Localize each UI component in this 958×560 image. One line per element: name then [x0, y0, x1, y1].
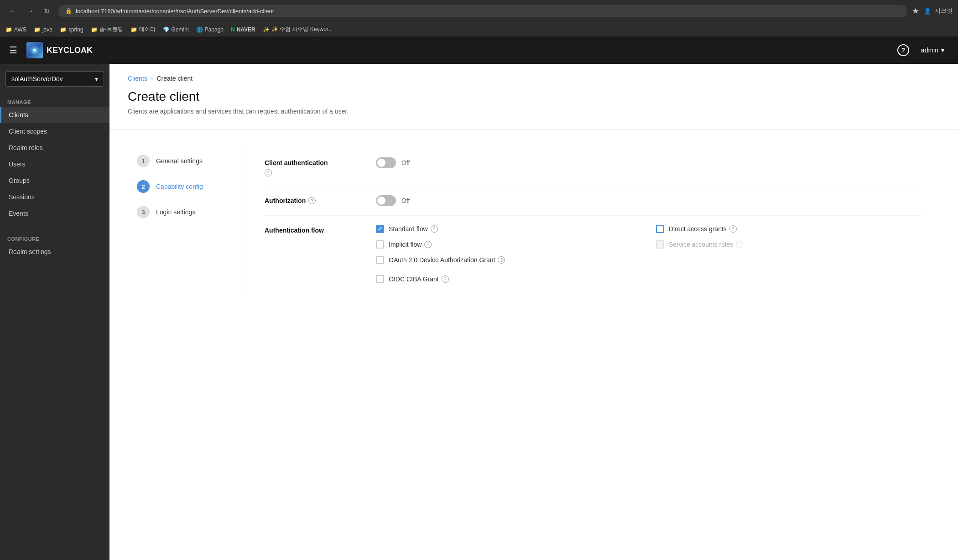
- steps-panel: 1 General settings 2 Capability config 3…: [128, 145, 246, 296]
- auth-flow-grid: Standard flow ? Direct access grant: [376, 225, 922, 283]
- checkbox-direct-access: Direct access grants ?: [656, 225, 922, 233]
- sidebar-item-sessions[interactable]: Sessions: [0, 189, 109, 205]
- bookmark-gemini[interactable]: 💎 Gemini: [163, 26, 189, 33]
- top-nav-left: ☰ KEYCLOAK: [9, 42, 93, 58]
- service-accounts-label: Service accounts roles ?: [669, 241, 743, 248]
- browser-right: 👤 시크릿: [924, 7, 953, 15]
- implicit-flow-help-icon[interactable]: ?: [424, 241, 432, 248]
- sidebar-item-client-scopes[interactable]: Client scopes: [0, 123, 109, 140]
- step-2-capability[interactable]: 2 Capability config: [128, 174, 246, 199]
- divider: [109, 130, 958, 130]
- logo-text: KEYCLOAK: [47, 46, 93, 55]
- oidc-ciba-help-icon[interactable]: ?: [442, 275, 449, 283]
- back-button[interactable]: ←: [5, 5, 20, 17]
- auth-flow-control: Standard flow ? Direct access grant: [376, 225, 922, 283]
- step-3-login[interactable]: 3 Login settings: [128, 199, 246, 225]
- svg-point-2: [33, 49, 36, 52]
- sidebar-item-realm-settings[interactable]: Realm settings: [0, 244, 109, 260]
- bookmark-spring[interactable]: 📁 spring: [60, 26, 83, 33]
- authorization-help-icon[interactable]: ?: [308, 197, 316, 204]
- realm-selector[interactable]: solAuthServerDev ▾: [5, 71, 104, 87]
- page-inner: Clients › Create client Create client Cl…: [109, 64, 958, 560]
- address-text: localhost:7180/admin/master/console/#/so…: [76, 8, 274, 15]
- address-bar[interactable]: 🔒 localhost:7180/admin/master/console/#/…: [58, 5, 907, 17]
- breadcrumb-current: Create client: [156, 75, 193, 82]
- bookmark-naver[interactable]: N NAVER: [231, 26, 255, 33]
- authorization-off-label: Off: [401, 197, 410, 204]
- top-nav-right: ? admin ▾: [897, 44, 949, 57]
- hamburger-button[interactable]: ☰: [9, 45, 17, 56]
- sidebar-item-groups[interactable]: Groups: [0, 172, 109, 189]
- main-area: solAuthServerDev ▾ Manage Clients Client…: [0, 64, 958, 560]
- standard-flow-label: Standard flow ?: [389, 225, 438, 233]
- breadcrumb-separator: ›: [151, 75, 153, 82]
- step-3-number: 3: [137, 206, 150, 218]
- client-auth-off-label: Off: [401, 159, 410, 166]
- checkbox-service-accounts: Service accounts roles ?: [656, 240, 922, 249]
- bookmark-aws[interactable]: 📁 AWS: [5, 26, 26, 33]
- browser-chrome: ← → ↻ 🔒 localhost:7180/admin/master/cons…: [0, 0, 958, 22]
- sidebar-item-clients[interactable]: Clients: [0, 107, 109, 123]
- step-2-number: 2: [137, 180, 150, 193]
- auth-flow-label: Authentication flow: [265, 227, 365, 234]
- step-1-general[interactable]: 1 General settings: [128, 148, 246, 174]
- bookmark-java[interactable]: 📁 java: [34, 26, 52, 33]
- client-auth-toggle[interactable]: [376, 157, 396, 168]
- checkbox-oidc-ciba: OIDC CIBA Grant ?: [376, 275, 641, 283]
- breadcrumb-clients-link[interactable]: Clients: [128, 75, 147, 82]
- client-auth-help-icon[interactable]: ?: [265, 169, 272, 176]
- sidebar-label-groups: Groups: [9, 177, 30, 184]
- oauth-device-label: OAuth 2.0 Device Authorization Grant ?: [389, 256, 505, 264]
- service-accounts-help-icon[interactable]: ?: [736, 241, 743, 248]
- form-area: Client authentication ?: [246, 145, 940, 296]
- direct-access-checkbox[interactable]: [656, 225, 664, 233]
- client-auth-control: Off: [376, 157, 922, 168]
- app-container: ☰ KEYCLOAK ? admin ▾: [0, 36, 958, 560]
- manage-section-label: Manage: [0, 94, 109, 107]
- nav-buttons: ← → ↻: [5, 5, 53, 17]
- client-auth-label-col: Client authentication ?: [265, 157, 365, 176]
- service-accounts-checkbox[interactable]: [656, 240, 664, 249]
- authorization-slider: [376, 195, 396, 206]
- direct-access-help-icon[interactable]: ?: [729, 225, 737, 233]
- user-label: admin: [921, 47, 938, 54]
- sidebar: solAuthServerDev ▾ Manage Clients Client…: [0, 64, 109, 560]
- bookmark-data[interactable]: 📁 데이터: [130, 26, 156, 33]
- standard-flow-help-icon[interactable]: ?: [431, 225, 438, 233]
- refresh-button[interactable]: ↻: [40, 5, 53, 17]
- sidebar-item-users[interactable]: Users: [0, 156, 109, 172]
- sidebar-label-sessions: Sessions: [9, 193, 35, 201]
- page-content: Clients › Create client Create client Cl…: [109, 64, 958, 560]
- extension-icon: 👤: [924, 8, 931, 15]
- oauth-device-checkbox[interactable]: [376, 256, 384, 264]
- bookmark-papago[interactable]: 🌐 Papago: [196, 26, 224, 33]
- oauth-device-help-icon[interactable]: ?: [498, 256, 505, 264]
- sidebar-label-users: Users: [9, 161, 26, 168]
- checkbox-standard-flow: Standard flow ?: [376, 225, 641, 233]
- authorization-control: Off: [376, 195, 922, 206]
- implicit-flow-label: Implicit flow ?: [389, 241, 432, 248]
- direct-access-label: Direct access grants ?: [669, 225, 737, 233]
- steps-form: 1 General settings 2 Capability config 3…: [128, 145, 940, 296]
- sidebar-item-realm-roles[interactable]: Realm roles: [0, 140, 109, 156]
- oidc-ciba-checkbox[interactable]: [376, 275, 384, 283]
- page-title: Create client: [128, 89, 940, 104]
- realm-dropdown-icon: ▾: [95, 75, 98, 83]
- breadcrumb: Clients › Create client: [128, 75, 940, 82]
- forward-button[interactable]: →: [23, 5, 37, 17]
- sidebar-item-events[interactable]: Events: [0, 205, 109, 222]
- authorization-label-col: Authorization ?: [265, 195, 365, 204]
- standard-flow-checkbox[interactable]: [376, 225, 384, 233]
- bookmark-star-button[interactable]: ★: [912, 6, 919, 16]
- help-button[interactable]: ?: [897, 44, 909, 56]
- implicit-flow-checkbox[interactable]: [376, 240, 384, 249]
- bookmark-keyword[interactable]: ✨ ✨ 수업 차수별 Keywor...: [263, 26, 333, 33]
- extension-label: 시크릿: [935, 7, 953, 15]
- user-dropdown-icon: ▾: [941, 47, 944, 54]
- bookmark-branding[interactable]: 📁 솔-브랜딩: [91, 26, 123, 33]
- logo-icon: [26, 42, 43, 58]
- sidebar-label-clients: Clients: [9, 111, 28, 119]
- authorization-toggle[interactable]: [376, 195, 396, 206]
- user-dropdown-button[interactable]: admin ▾: [916, 44, 949, 57]
- sidebar-label-realm-settings: Realm settings: [9, 248, 51, 255]
